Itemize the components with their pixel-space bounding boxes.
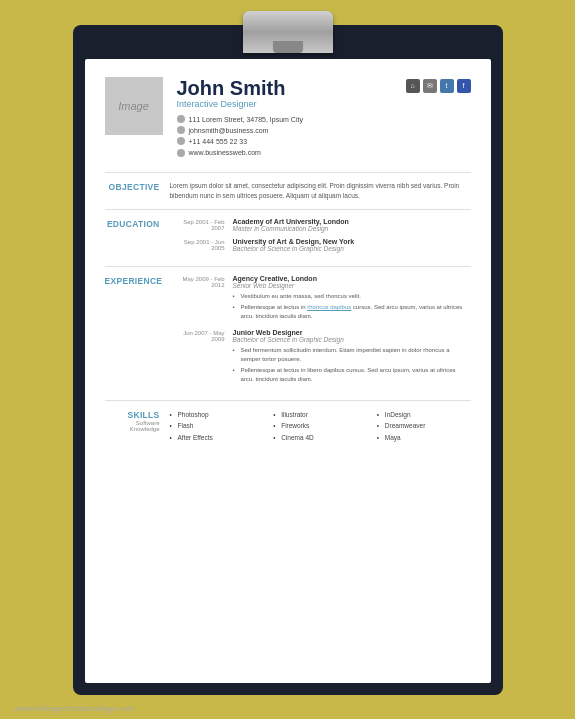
skills-section: SKILLS Software Knowledge Photoshop Flas… [105,409,471,444]
edu-degree-1: Master in Communication Design [233,225,349,232]
bullet-1-2: Pellentesque at lectus in rhoncus dapibu… [233,303,471,321]
skills-label: SKILLS [105,409,160,420]
edu-school-1: Academy of Art University, London [233,218,349,225]
education-content: Sep 2001 - Feb 2007 Academy of Art Unive… [170,218,471,258]
facebook-icon: f [457,79,471,93]
phone-icon [177,137,185,145]
resume-header: Image John Smith Interactive Designer ⌂ … [105,77,471,159]
objective-content: Lorem ipsum dolor sit amet, consectetur … [170,181,471,201]
objective-divider [105,209,471,210]
exp-bullets-1: Vestibulum eu ante massa, sed rhoncus ve… [233,292,471,321]
experience-section: EXPERIENCE May 2009 - Feb 2012 Agency Cr… [105,275,471,392]
skills-content: Photoshop Flash After Effects Illustrato… [170,409,471,444]
web-icon [177,149,185,157]
edu-date-1: Sep 2001 - Feb 2007 [170,218,225,232]
bullet-2-2: Pellentesque at lectus in libero dapibus… [233,366,471,384]
header-info: John Smith Interactive Designer ⌂ ✉ t f … [177,77,471,159]
email-dot-icon [177,126,185,134]
watermark: www.heritagechristiancollege.com [14,704,135,713]
education-label: EDUCATION [105,218,160,258]
address-icon [177,115,185,123]
skill-fireworks: Fireworks [273,420,367,432]
skill-maya: Maya [377,432,471,444]
home-icon: ⌂ [406,79,420,93]
skill-photoshop: Photoshop [170,409,264,421]
email-icon: ✉ [423,79,437,93]
objective-section: OBJECTIVE Lorem ipsum dolor sit amet, co… [105,181,471,201]
website-item: www.businessweb.com [177,147,471,158]
experience-entry-2: Jun 2007 - May 2009 Junior Web Designer … [170,329,471,386]
skills-sublabel: Software Knowledge [105,420,160,432]
skills-col-1: Photoshop Flash After Effects [170,409,264,444]
phone-item: +11 444 555 22 33 [177,136,471,147]
skill-cinema4d: Cinema 4D [273,432,367,444]
bullet-1-1: Vestibulum eu ante massa, sed rhoncus ve… [233,292,471,301]
clipboard: Image John Smith Interactive Designer ⌂ … [73,25,503,695]
experience-divider [105,400,471,401]
exp-company-2: Junior Web Designer [233,329,471,336]
skill-illustrator: Illustrator [273,409,367,421]
skill-flash: Flash [170,420,264,432]
experience-label: EXPERIENCE [105,275,160,392]
candidate-name: John Smith [177,77,286,99]
bullet-2-1: Sed fermentum sollicitudin interdum. Eti… [233,346,471,364]
twitter-icon: t [440,79,454,93]
address-item: 111 Lorem Street, 34785, Ipsum City [177,114,471,125]
education-section: EDUCATION Sep 2001 - Feb 2007 Academy of… [105,218,471,258]
header-divider [105,172,471,173]
education-entry-1: Sep 2001 - Feb 2007 Academy of Art Unive… [170,218,471,232]
email-item: johnsmith@business.com [177,125,471,136]
edu-degree-2: Bachelor of Science in Graphic Design [233,245,355,252]
skill-indesign: InDesign [377,409,471,421]
exp-role-1: Senior Web Designer [233,282,471,289]
profile-image: Image [105,77,163,135]
experience-entry-1: May 2009 - Feb 2012 Agency Creative, Lon… [170,275,471,323]
skills-col-2: Illustrator Fireworks Cinema 4D [273,409,367,444]
skills-col-3: InDesign Dreamweaver Maya [377,409,471,444]
exp-date-2: Jun 2007 - May 2009 [170,329,225,386]
exp-company-1: Agency Creative, London [233,275,471,282]
experience-content: May 2009 - Feb 2012 Agency Creative, Lon… [170,275,471,392]
education-divider [105,266,471,267]
exp-role-2: Bachelor of Science in Graphic Design [233,336,471,343]
skill-aftereffects: After Effects [170,432,264,444]
objective-text: Lorem ipsum dolor sit amet, consectetur … [170,181,471,201]
social-icons: ⌂ ✉ t f [406,79,471,93]
edu-school-2: University of Art & Design, New York [233,238,355,245]
exp-bullets-2: Sed fermentum sollicitudin interdum. Eti… [233,346,471,384]
clipboard-clip [243,11,333,53]
candidate-title: Interactive Designer [177,99,286,109]
objective-label: OBJECTIVE [105,181,160,201]
skill-dreamweaver: Dreamweaver [377,420,471,432]
education-entry-2: Sep 2001 - Jun 2005 University of Art & … [170,238,471,252]
skills-grid: Photoshop Flash After Effects Illustrato… [170,409,471,444]
resume-paper: Image John Smith Interactive Designer ⌂ … [85,59,491,683]
exp-date-1: May 2009 - Feb 2012 [170,275,225,323]
edu-date-2: Sep 2001 - Jun 2005 [170,238,225,252]
